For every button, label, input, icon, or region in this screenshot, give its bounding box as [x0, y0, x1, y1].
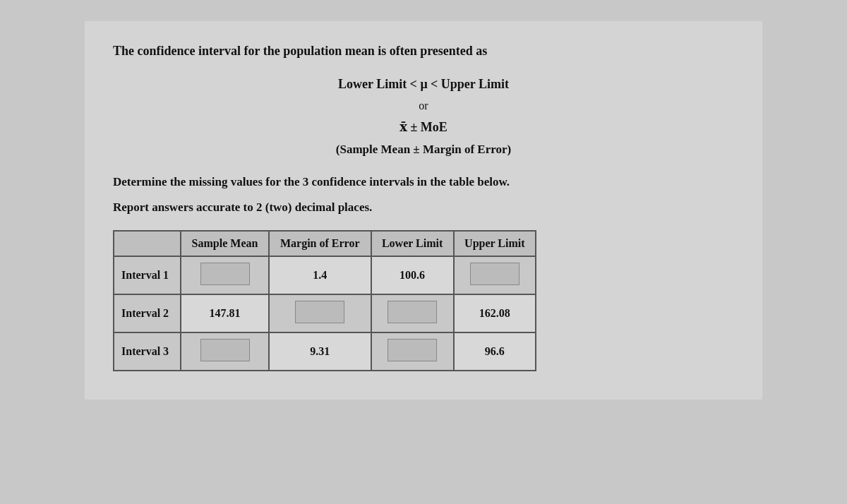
- margin-error-3: 9.31: [269, 332, 371, 371]
- sample-mean-3[interactable]: [181, 332, 269, 371]
- upper-limit-1[interactable]: [454, 256, 536, 294]
- sample-mean-2: 147.81: [181, 294, 269, 332]
- intro-text: The confidence interval for the populati…: [113, 42, 734, 60]
- table-row: Interval 39.3196.6: [114, 332, 536, 371]
- margin-error-2[interactable]: [269, 294, 371, 332]
- col-header-lower-limit: Lower Limit: [371, 231, 454, 256]
- upper-limit-input-1[interactable]: [470, 263, 519, 285]
- sample-mean-input-1[interactable]: [200, 263, 250, 285]
- col-header-sample-mean: Sample Mean: [181, 231, 269, 256]
- row-label-2: Interval 2: [114, 294, 181, 332]
- instruction-line-1: Determine the missing values for the 3 c…: [113, 173, 734, 191]
- col-header-empty: [114, 231, 181, 256]
- table-row: Interval 11.4100.6: [114, 256, 536, 294]
- instruction-line-2: Report answers accurate to 2 (two) decim…: [113, 198, 734, 217]
- margin-error-1: 1.4: [269, 256, 371, 294]
- page-container: The confidence interval for the populati…: [85, 21, 762, 400]
- formula-line-4: (Sample Mean ± Margin of Error): [113, 139, 734, 161]
- row-label-1: Interval 1: [114, 256, 181, 294]
- col-header-margin-error: Margin of Error: [269, 231, 371, 256]
- margin-error-input-2[interactable]: [295, 301, 344, 323]
- confidence-interval-table: Sample Mean Margin of Error Lower Limit …: [113, 230, 536, 371]
- table-row: Interval 2147.81162.08: [114, 294, 536, 332]
- lower-limit-1: 100.6: [371, 256, 454, 294]
- upper-limit-3: 96.6: [454, 332, 536, 371]
- sample-mean-input-3[interactable]: [200, 339, 250, 361]
- lower-limit-2[interactable]: [371, 294, 454, 332]
- formula-line-2: or: [113, 96, 734, 116]
- lower-limit-input-3[interactable]: [388, 339, 437, 361]
- lower-limit-input-2[interactable]: [388, 301, 437, 323]
- sample-mean-1[interactable]: [181, 256, 269, 294]
- table-wrapper: Sample Mean Margin of Error Lower Limit …: [113, 230, 734, 371]
- formula-line-3: x̄ ± MoE: [113, 116, 734, 138]
- formula-block: Lower Limit < μ < Upper Limit or x̄ ± Mo…: [113, 73, 734, 160]
- col-header-upper-limit: Upper Limit: [454, 231, 536, 256]
- row-label-3: Interval 3: [114, 332, 181, 371]
- upper-limit-2: 162.08: [454, 294, 536, 332]
- formula-line-1: Lower Limit < μ < Upper Limit: [113, 73, 734, 95]
- lower-limit-3[interactable]: [371, 332, 454, 371]
